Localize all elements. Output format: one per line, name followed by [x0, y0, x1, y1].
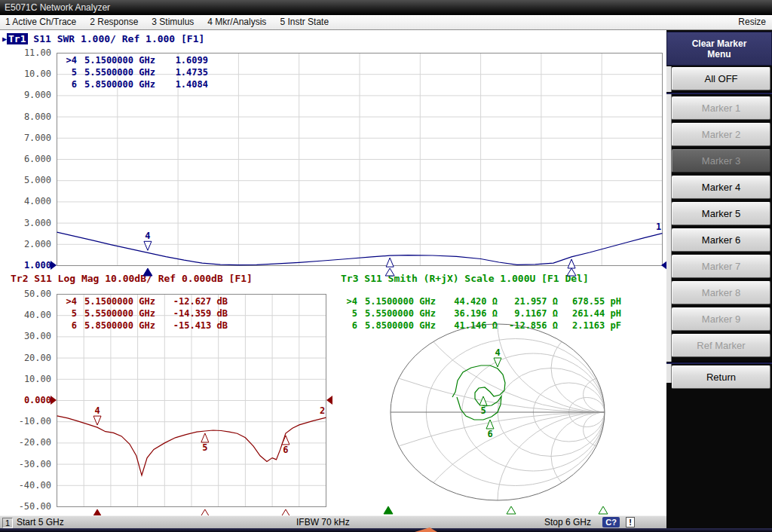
tr2-y-tick: 40.00 — [5, 310, 51, 320]
tr2-y-tick: 50.00 — [5, 289, 51, 299]
svg-text:4: 4 — [495, 347, 500, 358]
menu-item-1[interactable]: 1 Active Ch/Trace — [5, 15, 76, 29]
ifbw-label: IFBW 70 kHz — [296, 517, 350, 527]
marker-readout-row: 65.8500000 GHz41.146 Ω-12.856 Ω2.1163 pF — [341, 320, 621, 332]
tr2-y-tick: -50.00 — [5, 501, 51, 512]
tr1-y-tick: 1.000 — [5, 260, 51, 271]
tr3-marker-table: >45.1500000 GHz44.420 Ω21.957 Ω678.55 pH… — [341, 295, 621, 332]
menu-item-4[interactable]: 4 Mkr/Analysis — [207, 15, 266, 29]
tr2-y-tick: 10.00 — [5, 374, 51, 384]
title-bar: E5071C Network Analyzer — [0, 0, 772, 15]
tr1-marker-table: >45.1500000 GHz1.609955.5500000 GHz1.473… — [60, 54, 208, 90]
bottom-edge-strip — [0, 528, 772, 532]
softkey-separator — [666, 362, 772, 364]
marker-readout-row: 65.8500000 GHz-15.413 dB — [60, 320, 228, 332]
tr2-y-tick: -40.00 — [5, 480, 51, 491]
tr1-y-tick: 4.000 — [5, 196, 51, 206]
tr1-y-tick: 3.000 — [5, 218, 51, 228]
svg-text:6: 6 — [283, 445, 288, 455]
softkey-marker-4[interactable]: Marker 4 — [672, 176, 770, 199]
marker-readout-row: 65.8500000 GHz1.4084 — [60, 78, 208, 90]
tr2-ref-level-indicator-right-icon — [326, 396, 332, 405]
softkey-marker-6[interactable]: Marker 6 — [672, 228, 770, 252]
tr1-y-tick: 11.00 — [5, 47, 51, 58]
tr1-y-tick: 6.000 — [5, 154, 51, 164]
svg-text:2: 2 — [320, 405, 325, 416]
marker-readout-row: 55.5500000 GHz36.196 Ω9.1167 Ω261.44 pH — [341, 307, 621, 320]
tr2-y-tick: 0.000 — [5, 395, 51, 405]
tr2-y-tick: -10.00 — [5, 416, 51, 427]
softkey-scroll-strip[interactable] — [666, 66, 672, 383]
menu-items: 1 Active Ch/Trace2 Response3 Stimulus4 M… — [0, 17, 337, 27]
correction-status-badge[interactable]: C? — [602, 517, 620, 527]
tr3-smith-chart[interactable]: 456 — [332, 316, 666, 515]
tr1-y-tick: 5.000 — [5, 175, 51, 185]
softkey-separator — [666, 92, 772, 94]
resize-menu-item[interactable]: Resize — [738, 15, 766, 29]
marker-readout-row: 55.5500000 GHz-14.359 dB — [60, 307, 228, 320]
tr1-header-text: S11 SWR 1.000/ Ref 1.000 [F1] — [28, 33, 205, 44]
svg-text:5: 5 — [480, 405, 486, 416]
tr2-y-tick: 20.00 — [5, 353, 51, 363]
mouse-cursor — [415, 527, 437, 532]
softkey-return[interactable]: Return — [672, 365, 770, 389]
tr1-y-tick: 9.000 — [5, 90, 51, 100]
softkey-marker-3[interactable]: Marker 3 — [672, 149, 770, 173]
tr1-ref-level-indicator-left-icon — [51, 261, 57, 270]
status-bar-right-filler — [666, 515, 772, 528]
tr1-header: ▶Tr1 S11 SWR 1.000/ Ref 1.000 [F1] — [2, 33, 204, 44]
tr2-y-tick: -30.00 — [5, 459, 51, 469]
marker-readout-row: >45.1500000 GHz44.420 Ω21.957 Ω678.55 pH — [341, 295, 621, 307]
softkey-marker-7: Marker 7 — [672, 255, 770, 278]
channel-number-box: 1 — [2, 518, 13, 528]
alert-indicator[interactable]: ! — [626, 517, 635, 527]
marker-readout-row: 55.5500000 GHz1.4735 — [60, 66, 208, 78]
softkey-marker-9: Marker 9 — [672, 307, 770, 331]
softkey-sidebar: Clear Marker Menu All OFFMarker 1Marker … — [666, 30, 772, 515]
status-bar: 1 Start 5 GHz IFBW 70 kHz Stop 6 GHz C? … — [0, 515, 666, 528]
tr1-badge: Tr1 — [7, 33, 27, 44]
svg-text:1: 1 — [656, 222, 661, 232]
marker-readout-row: >45.1500000 GHz-12.627 dB — [60, 295, 228, 307]
tr2-y-tick: 30.00 — [5, 331, 51, 341]
menu-item-3[interactable]: 3 Stimulus — [152, 15, 194, 29]
start-frequency-label: Start 5 GHz — [17, 517, 64, 527]
softkey-marker-5[interactable]: Marker 5 — [672, 202, 770, 225]
tr1-y-tick: 2.000 — [5, 239, 51, 249]
menu-bar: 1 Active Ch/Trace2 Response3 Stimulus4 M… — [0, 15, 772, 30]
window-title: E5071C Network Analyzer — [5, 2, 110, 13]
stop-frequency-label: Stop 6 GHz — [544, 517, 591, 527]
softkey-ref-marker: Ref Marker — [672, 334, 770, 357]
svg-text:6: 6 — [487, 429, 492, 439]
tr1-y-tick: 10.00 — [5, 69, 51, 79]
svg-text:5: 5 — [202, 442, 207, 453]
network-analyzer-window: E5071C Network Analyzer 1 Active Ch/Trac… — [0, 0, 772, 532]
softkey-marker-2: Marker 2 — [672, 123, 770, 146]
tr2-marker-table: >45.1500000 GHz-12.627 dB55.5500000 GHz-… — [60, 295, 228, 332]
softkey-all-off[interactable]: All OFF — [672, 67, 770, 90]
marker-readout-row: >45.1500000 GHz1.6099 — [60, 54, 208, 66]
menu-item-2[interactable]: 2 Response — [90, 15, 138, 29]
tr2-ref-level-indicator-left-icon — [51, 396, 57, 405]
menu-item-5[interactable]: 5 Instr State — [280, 15, 329, 29]
softkey-marker-1: Marker 1 — [672, 96, 770, 120]
softkey-menu-title: Clear Marker Menu — [666, 32, 772, 66]
tr1-y-tick: 7.000 — [5, 133, 51, 143]
svg-text:4: 4 — [94, 405, 100, 416]
tr2-y-tick: -20.00 — [5, 437, 51, 448]
tr1-y-tick: 8.000 — [5, 112, 51, 122]
svg-text:4: 4 — [145, 231, 150, 241]
softkey-marker-8: Marker 8 — [672, 281, 770, 304]
